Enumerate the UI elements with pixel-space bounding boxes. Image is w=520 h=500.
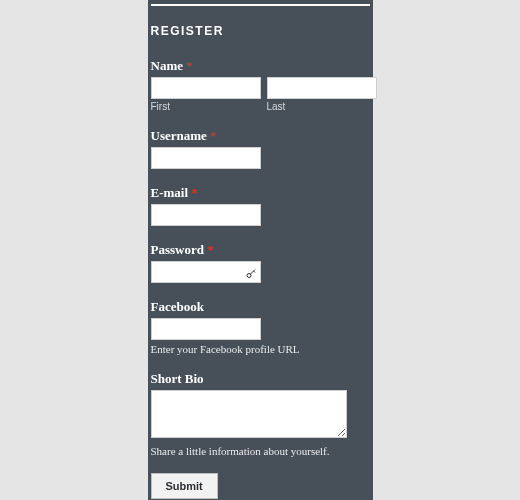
username-label-text: Username	[151, 128, 207, 143]
name-label: Name *	[151, 58, 370, 74]
bio-help: Share a little information about yoursel…	[151, 445, 370, 457]
password-label: Password *	[151, 242, 370, 258]
email-label-text: E-mail	[151, 185, 189, 200]
divider	[151, 4, 370, 6]
facebook-label: Facebook	[151, 299, 370, 315]
last-name-input[interactable]	[267, 77, 377, 99]
facebook-help: Enter your Facebook profile URL	[151, 343, 370, 355]
password-input[interactable]	[151, 261, 261, 283]
username-required: *	[210, 128, 217, 143]
password-field: Password *	[151, 242, 370, 283]
last-name-sublabel: Last	[267, 101, 377, 112]
bio-textarea[interactable]	[151, 390, 347, 438]
facebook-input[interactable]	[151, 318, 261, 340]
email-required: *	[191, 185, 198, 200]
email-label: E-mail *	[151, 185, 370, 201]
submit-button[interactable]: Submit	[151, 473, 218, 499]
first-name-input[interactable]	[151, 77, 261, 99]
name-required: *	[186, 58, 193, 73]
facebook-field: Facebook Enter your Facebook profile URL	[151, 299, 370, 355]
email-field: E-mail *	[151, 185, 370, 226]
username-label: Username *	[151, 128, 370, 144]
name-field: Name * First Last	[151, 58, 370, 112]
email-input[interactable]	[151, 204, 261, 226]
register-panel: REGISTER Name * First Last Username *	[148, 0, 373, 500]
name-label-text: Name	[151, 58, 184, 73]
register-heading: REGISTER	[151, 24, 370, 38]
bio-label: Short Bio	[151, 371, 370, 387]
password-label-text: Password	[151, 242, 204, 257]
first-name-sublabel: First	[151, 101, 261, 112]
bio-field: Short Bio Share a little information abo…	[151, 371, 370, 457]
password-required: *	[207, 242, 214, 257]
username-field: Username *	[151, 128, 370, 169]
username-input[interactable]	[151, 147, 261, 169]
